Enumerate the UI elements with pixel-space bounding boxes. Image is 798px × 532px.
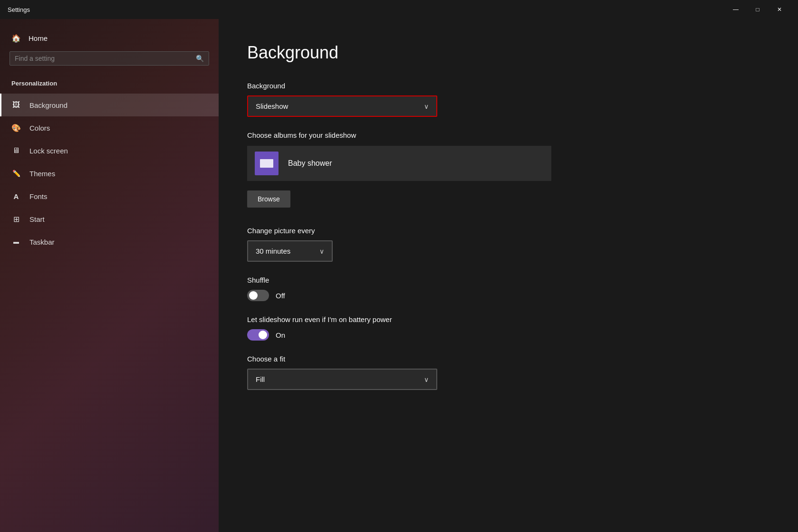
main-layout: 🏠 Home 🔍 Personalization 🖼 Background 🎨 … xyxy=(0,19,798,532)
home-label: Home xyxy=(29,34,48,42)
themes-nav-icon: ✏️ xyxy=(11,169,21,178)
sidebar-colors-label: Colors xyxy=(29,124,50,132)
search-icon: 🔍 xyxy=(196,55,204,62)
minimize-button[interactable]: — xyxy=(725,0,747,19)
album-item[interactable]: Baby shower xyxy=(247,146,551,181)
sidebar-item-colors[interactable]: 🎨 Colors xyxy=(0,116,219,139)
background-section-label: Background xyxy=(247,82,769,90)
sidebar-item-background[interactable]: 🖼 Background xyxy=(0,94,219,116)
change-picture-chevron: ∨ xyxy=(319,247,324,255)
fit-chevron: ∨ xyxy=(424,376,429,383)
album-thumb-inner xyxy=(260,159,273,168)
fit-value: Fill xyxy=(256,375,265,383)
change-picture-dropdown-wrapper: 30 minutes ∨ xyxy=(247,240,769,262)
sidebar-background-label: Background xyxy=(29,101,67,109)
change-picture-value: 30 minutes xyxy=(256,247,290,255)
content-panel: Background Background Slideshow ∨ Choose… xyxy=(219,19,798,532)
close-button[interactable]: ✕ xyxy=(769,0,790,19)
colors-nav-icon: 🎨 xyxy=(11,123,21,133)
shuffle-label: Shuffle xyxy=(247,276,769,284)
sidebar-item-themes[interactable]: ✏️ Themes xyxy=(0,162,219,185)
fit-dropdown[interactable]: Fill ∨ xyxy=(247,369,437,390)
shuffle-toggle-row: Off xyxy=(247,290,769,301)
albums-section-label: Choose albums for your slideshow xyxy=(247,131,769,139)
battery-toggle-knob xyxy=(259,331,267,339)
sidebar-themes-label: Themes xyxy=(29,170,55,178)
sidebar-taskbar-label: Taskbar xyxy=(29,238,55,246)
sidebar-item-lock-screen[interactable]: 🖥 Lock screen xyxy=(0,139,219,162)
lock-screen-nav-icon: 🖥 xyxy=(11,146,21,155)
albums-section: Baby shower xyxy=(247,146,769,181)
sidebar-item-start[interactable]: ⊞ Start xyxy=(0,208,219,230)
shuffle-toggle[interactable] xyxy=(247,290,269,301)
browse-button[interactable]: Browse xyxy=(247,190,290,208)
battery-label: Let slideshow run even if I'm on battery… xyxy=(247,315,769,323)
titlebar: Settings — □ ✕ xyxy=(0,0,798,19)
background-nav-icon: 🖼 xyxy=(11,100,21,110)
shuffle-toggle-knob xyxy=(249,291,258,300)
background-dropdown-value: Slideshow xyxy=(256,102,288,110)
battery-toggle[interactable] xyxy=(247,329,269,341)
sidebar-item-fonts[interactable]: A Fonts xyxy=(0,185,219,208)
battery-toggle-row: On xyxy=(247,329,769,341)
personalization-label: Personalization xyxy=(0,75,219,94)
home-nav-item[interactable]: 🏠 Home xyxy=(0,28,219,48)
fit-label: Choose a fit xyxy=(247,355,769,363)
start-nav-icon: ⊞ xyxy=(11,214,21,224)
app-title: Settings xyxy=(8,6,725,13)
maximize-button[interactable]: □ xyxy=(747,0,769,19)
page-title: Background xyxy=(247,43,769,63)
shuffle-state-label: Off xyxy=(276,292,285,300)
change-picture-dropdown[interactable]: 30 minutes ∨ xyxy=(247,240,333,262)
background-dropdown-chevron: ∨ xyxy=(424,103,429,110)
change-picture-label: Change picture every xyxy=(247,227,769,235)
sidebar-start-label: Start xyxy=(29,215,45,223)
sidebar-lock-screen-label: Lock screen xyxy=(29,147,68,155)
sidebar: 🏠 Home 🔍 Personalization 🖼 Background 🎨 … xyxy=(0,19,219,532)
search-box[interactable]: 🔍 xyxy=(10,51,209,66)
window-controls: — □ ✕ xyxy=(725,0,790,19)
battery-state-label: On xyxy=(276,331,285,339)
fit-dropdown-wrapper: Fill ∨ xyxy=(247,369,769,390)
album-thumbnail xyxy=(255,152,279,175)
sidebar-fonts-label: Fonts xyxy=(29,192,48,200)
background-dropdown[interactable]: Slideshow ∨ xyxy=(247,95,437,117)
sidebar-item-taskbar[interactable]: ▬ Taskbar xyxy=(0,230,219,253)
search-input[interactable] xyxy=(15,55,192,62)
sidebar-content: 🏠 Home 🔍 Personalization 🖼 Background 🎨 … xyxy=(0,28,219,532)
home-icon: 🏠 xyxy=(11,33,21,43)
background-dropdown-wrapper: Slideshow ∨ xyxy=(247,95,769,117)
fonts-nav-icon: A xyxy=(11,191,21,201)
taskbar-nav-icon: ▬ xyxy=(11,237,21,247)
album-name: Baby shower xyxy=(288,159,332,168)
